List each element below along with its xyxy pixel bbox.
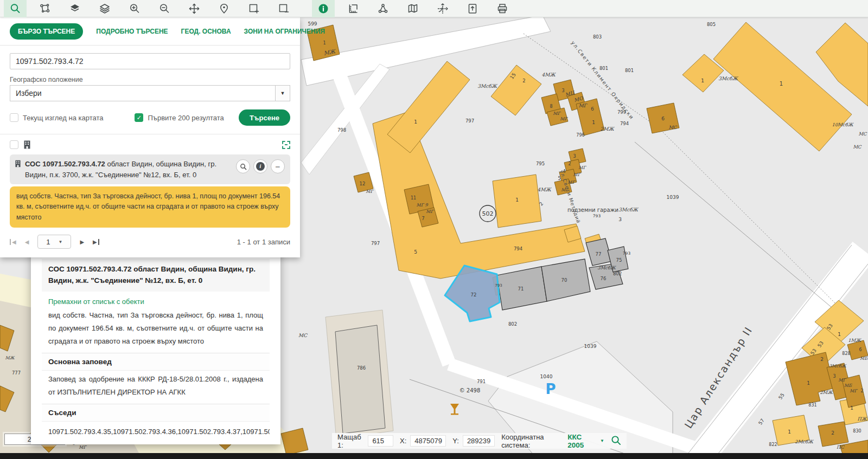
map-label: подземни гаражи [567,207,618,213]
toolbar-group-left [0,0,298,17]
map-label: 4МЖ [537,187,552,192]
pagination-info: 1 - 1 от 1 записи [237,238,290,246]
zoom-out-icon[interactable] [153,0,176,17]
map-label: 1 [323,41,326,46]
map-label: 794 [514,246,522,251]
map-label: 75 [616,257,622,263]
map-sheets-icon[interactable] [401,0,424,17]
map-label: МГ [838,378,846,383]
chevron-down-icon[interactable]: ▼ [600,438,604,443]
map-label: МС [298,333,308,338]
zoom-in-icon[interactable] [123,0,146,17]
info-popup: Информация: СОС 10971.502.793.4.72 × СОС… [31,232,280,444]
coordinate-axes-icon[interactable] [431,0,454,17]
map-label: 1 [788,429,791,435]
page-next-button[interactable]: ▶ [80,239,84,245]
first-200-checkbox[interactable]: ✓ [135,113,143,122]
scale-input[interactable]: 615 [368,435,393,447]
map-label: 1 [850,405,853,411]
map-label: 830 [853,429,861,434]
map-label: 822 [769,442,777,447]
toolbar-group-right [308,0,517,17]
search-panel: БЪРЗО ТЪРСЕНЕ ПОДРОБНО ТЪРСЕНЕ ГЕОД. ОСН… [0,17,300,257]
page-number: 1 [46,238,50,246]
selection-add-icon[interactable] [242,0,265,17]
map-label: МГ [573,172,581,177]
current-view-label: Текущ изглед на картата [23,114,103,122]
map-label: МГ [426,209,434,214]
map-label: 803 [593,34,602,40]
result-info-button[interactable]: i [253,159,267,173]
map-label: 2 [568,161,571,166]
result-zoom-button[interactable] [236,159,250,173]
map-label: МГ [553,111,561,116]
map-label: 801 [599,66,608,71]
map-label: 6 [661,116,665,121]
map-label: 5 [558,176,560,181]
chevron-down-icon: ▼ [59,240,63,244]
pan-icon[interactable] [183,0,206,17]
export-icon[interactable] [461,0,484,17]
map-label: 7 [422,216,424,221]
search-button[interactable]: Търсене [239,109,290,126]
map-label: МГ [578,165,586,170]
map-label: 793 [623,251,631,256]
pagination: ◀ ◀ 1 ▼ ▶ ▶ 1 - 1 от 1 записи [10,235,290,249]
zoom-to-results-icon[interactable] [282,141,290,149]
tab-geodetic-base[interactable]: ГЕОД. ОСНОВА [181,28,231,35]
map-label: 3МсбЖ [477,83,497,89]
site-plan-icon[interactable] [34,0,56,17]
map-label: 72 [471,292,477,298]
page-first-button[interactable]: ◀ [10,239,16,245]
result-actions: i − [236,159,285,180]
map-label: 796 [576,133,584,138]
tab-detailed-search[interactable]: ПОДРОБНО ТЪРСЕНЕ [96,28,168,35]
map-label: МГ [366,189,374,194]
map-label: МС [853,144,862,150]
chevron-down-icon[interactable]: ▼ [275,86,290,101]
selection-remove-icon[interactable] [272,0,295,17]
map-label: 2МЖ [600,126,615,132]
share-icon[interactable] [372,0,394,17]
map-label: 2 [820,357,824,362]
map-label: 3МсбЖ [618,207,639,212]
result-remove-button[interactable]: − [271,159,285,173]
layers-stack-icon[interactable] [93,0,116,17]
layers-filled-icon[interactable] [63,0,86,17]
select-all-checkbox[interactable] [10,140,18,149]
map-label: P [545,381,556,397]
remove-from-list-link[interactable]: Премахни от списък с обекти [42,298,270,306]
page-select[interactable]: 1 ▼ [37,235,71,249]
location-pin-icon[interactable] [213,0,235,17]
measure-icon[interactable] [342,0,365,17]
geo-select-value: Избери [10,89,275,98]
search-icon[interactable] [4,0,27,17]
neighbors-text: 10971.502.793.4.35,10971.502.793.4.36,10… [42,422,270,437]
print-icon[interactable] [491,0,514,17]
map-label: 828 [842,351,850,356]
y-coordinate: 289239 [463,435,495,447]
page-last-button[interactable]: ▶ [93,239,99,245]
tab-quick-search[interactable]: БЪРЗО ТЪРСЕНЕ [10,23,83,40]
map-label: 1 [701,78,704,83]
crs-value[interactable]: ККС 2005 [567,433,595,449]
geo-location-select[interactable]: Избери ▼ [10,85,290,101]
minus-icon: − [276,162,280,171]
map-label: МГ [850,389,858,393]
map-label: 3МсбЖ [597,265,616,270]
status-search-icon[interactable] [611,435,621,447]
map-label: 2МЖ [820,390,833,395]
search-input[interactable] [10,53,290,69]
map-label: МБ [844,383,852,388]
result-id: СОС 10971.502.793.4.72 [25,160,105,168]
map-label: 70 [561,277,567,283]
page-prev-button[interactable]: ◀ [25,239,29,245]
current-view-checkbox[interactable] [10,113,18,122]
info-icon[interactable] [312,0,335,17]
x-label: X: [400,437,406,445]
result-item[interactable]: СОС 10971.502.793.4.72 област Видин, общ… [10,154,290,184]
info-popup-body: СОС 10971.502.793.4.72 област Видин, общ… [31,253,280,444]
map-label: 2МсбЖ [795,439,814,444]
map-label: 802 [613,271,622,276]
tab-restriction-zones[interactable]: ЗОНИ НА ОГРАНИЧЕНИЯ [244,28,325,35]
